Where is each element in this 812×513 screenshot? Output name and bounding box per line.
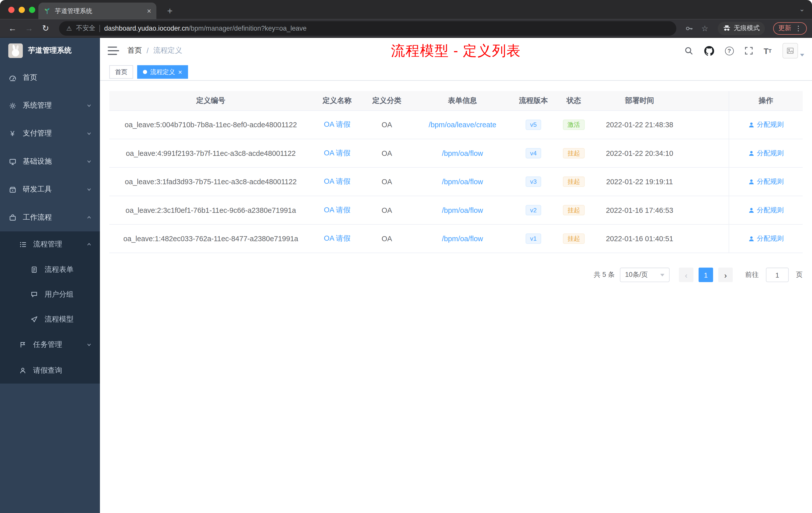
definition-name-link[interactable]: OA 请假: [324, 149, 350, 158]
form-link[interactable]: /bpm/oa/leave/create: [429, 121, 496, 129]
assign-rule-button[interactable]: 分配规则: [748, 177, 784, 186]
tag-process-definition[interactable]: 流程定义 ×: [137, 65, 188, 79]
version-tag: v1: [525, 233, 541, 244]
assign-rule-button[interactable]: 分配规则: [748, 149, 784, 158]
page-size-select[interactable]: 10条/页: [620, 268, 670, 282]
sidebar-item-system[interactable]: 系统管理: [0, 92, 100, 119]
table-row: oa_leave:5:004b710b-7b8a-11ec-8ef0-acde4…: [109, 111, 803, 139]
definition-id: oa_leave:2:3c1f0ef1-76b1-11ec-9c66-a2380…: [109, 196, 312, 224]
next-page-button[interactable]: ›: [718, 268, 733, 282]
url-host: dashboard.yudao.iocoder.cn: [104, 24, 189, 32]
assign-rule-button[interactable]: 分配规则: [748, 120, 784, 129]
definition-id: oa_leave:3:1fad3d93-7b75-11ec-a3c8-acde4…: [109, 168, 312, 195]
breadcrumb-home[interactable]: 首页: [127, 46, 142, 56]
definition-name-link[interactable]: OA 请假: [324, 177, 350, 186]
status-badge: 挂起: [563, 233, 585, 244]
sidebar-item-process-management[interactable]: 流程管理: [0, 232, 100, 257]
form-link[interactable]: /bpm/oa/flow: [442, 206, 483, 214]
chevron-down-icon: [86, 187, 92, 192]
sidebar-item-process-model[interactable]: 流程模型: [0, 307, 100, 332]
sidebar-item-leave-query[interactable]: 请假查询: [0, 358, 100, 384]
sidebar-item-label: 系统管理: [23, 101, 52, 110]
page-unit-label: 页: [796, 270, 803, 280]
sidebar-item-label: 用户分组: [45, 290, 74, 299]
omnibox-divider: [100, 25, 100, 32]
form-link[interactable]: /bpm/oa/flow: [442, 234, 483, 243]
definition-id: oa_leave:5:004b710b-7b8a-11ec-8ef0-acde4…: [109, 111, 312, 139]
font-size-icon[interactable]: TT: [764, 47, 772, 55]
version-tag: v3: [525, 176, 541, 187]
assign-rule-label: 分配规则: [757, 149, 784, 158]
chevron-up-icon: [86, 242, 92, 247]
prev-page-button[interactable]: ‹: [679, 268, 694, 282]
github-icon[interactable]: [704, 46, 714, 56]
sidebar-item-workflow[interactable]: 工作流程: [0, 204, 100, 232]
close-window-button[interactable]: [8, 6, 14, 13]
current-page-button[interactable]: 1: [698, 268, 713, 282]
reload-button[interactable]: ↻: [38, 21, 53, 36]
zoom-window-button[interactable]: [29, 6, 35, 13]
fullscreen-icon[interactable]: [745, 47, 753, 55]
assign-rule-button[interactable]: 分配规则: [748, 206, 784, 215]
help-icon[interactable]: ?: [725, 47, 734, 55]
browser-window: 芋道管理系统 × + ⌄ ← → ↻ ⚠ 不安全 dashboard.yudao…: [0, 0, 812, 513]
app-frame: 芋道管理系统 首页 系统管理: [0, 38, 812, 513]
list-icon: [19, 240, 27, 248]
close-icon[interactable]: ×: [178, 68, 182, 75]
sidebar-item-home[interactable]: 首页: [0, 64, 100, 92]
sidebar-item-payment[interactable]: ¥ 支付管理: [0, 119, 100, 147]
definition-category: OA: [362, 224, 412, 252]
sidebar-item-label: 首页: [23, 73, 37, 82]
address-bar[interactable]: ⚠ 不安全 dashboard.yudao.iocoder.cn/bpm/man…: [59, 21, 676, 36]
sidebar-item-user-group[interactable]: 用户分组: [0, 282, 100, 307]
col-header-category: 定义分类: [362, 91, 412, 110]
definition-name-link[interactable]: OA 请假: [324, 234, 350, 243]
definition-name-link[interactable]: OA 请假: [324, 120, 350, 129]
logo-avatar: [8, 43, 23, 58]
app-navbar: 首页 / 流程定义 流程模型 - 定义列表: [100, 38, 812, 64]
pagination: 共 5 条 10条/页 ‹ 1 › 前往 页: [109, 268, 803, 282]
chevron-down-icon: [86, 342, 92, 348]
sidebar: 芋道管理系统 首页 系统管理: [0, 38, 100, 513]
browser-tab[interactable]: 芋道管理系统 ×: [38, 2, 156, 19]
sidebar-item-label: 工作流程: [23, 213, 52, 222]
breadcrumb: 首页 / 流程定义: [127, 46, 182, 56]
form-link[interactable]: /bpm/oa/flow: [442, 177, 483, 186]
assign-rule-button[interactable]: 分配规则: [748, 234, 784, 243]
page-content: 定义编号 定义名称 定义分类 表单信息 流程版本 状态 部署时间 操作 oa_l…: [100, 81, 812, 513]
incognito-label: 无痕模式: [734, 24, 760, 33]
key-icon[interactable]: [683, 22, 696, 35]
sidebar-item-infrastructure[interactable]: 基础设施: [0, 148, 100, 175]
avatar-image-placeholder: [782, 43, 798, 58]
sidebar-item-label: 流程管理: [33, 240, 62, 249]
breadcrumb-separator: /: [147, 47, 149, 55]
deploy-time: 2022-01-16 17:46:53: [594, 196, 685, 224]
paper-plane-icon: [30, 315, 38, 324]
sidebar-item-task-management[interactable]: 任务管理: [0, 332, 100, 358]
tag-label: 首页: [115, 67, 127, 76]
assign-rule-label: 分配规则: [757, 206, 784, 215]
assign-rule-label: 分配规则: [757, 234, 784, 243]
status-badge: 挂起: [563, 205, 585, 215]
sidebar-item-devtools[interactable]: 研发工具: [0, 175, 100, 203]
tab-close-icon[interactable]: ×: [147, 7, 151, 14]
back-button[interactable]: ←: [5, 21, 20, 36]
sidebar-item-label: 基础设施: [23, 157, 52, 166]
form-link[interactable]: /bpm/oa/flow: [442, 149, 483, 157]
new-tab-button[interactable]: +: [163, 3, 177, 18]
goto-page-input[interactable]: [766, 268, 789, 282]
browser-menu-kebab-icon[interactable]: ⋮: [795, 24, 802, 32]
tag-home[interactable]: 首页: [109, 65, 133, 79]
user-avatar[interactable]: [782, 43, 804, 58]
bookmark-star-icon[interactable]: ☆: [698, 22, 712, 35]
hamburger-icon[interactable]: [108, 46, 119, 56]
minimize-window-button[interactable]: [19, 6, 25, 13]
sidebar-item-label: 研发工具: [23, 185, 52, 194]
sidebar-item-process-form[interactable]: 流程表单: [0, 257, 100, 282]
definition-name-link[interactable]: OA 请假: [324, 206, 350, 215]
page-title: 流程模型 - 定义列表: [391, 41, 521, 60]
search-icon[interactable]: [685, 47, 693, 55]
update-button[interactable]: 更新 ⋮: [773, 22, 807, 35]
workflow-submenu: 流程管理 流程表单: [0, 232, 100, 384]
tab-search-chevron-icon[interactable]: ⌄: [799, 5, 805, 13]
